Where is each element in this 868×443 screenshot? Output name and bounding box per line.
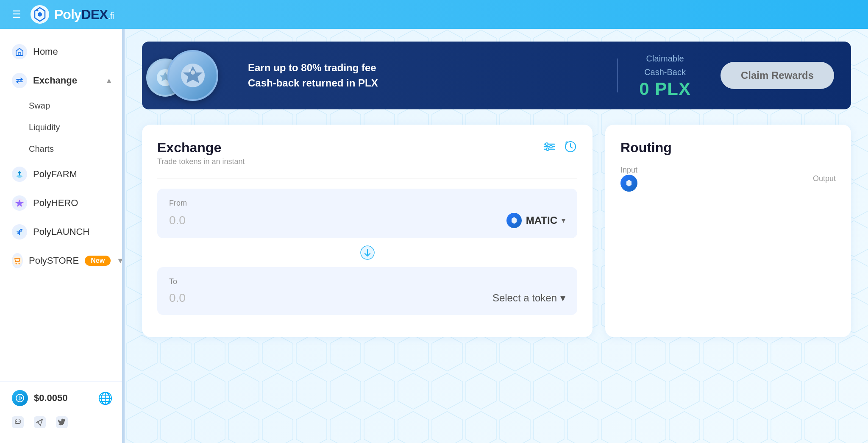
svg-point-25 — [189, 69, 191, 72]
matic-icon — [506, 213, 522, 228]
sidebar-bottom: $0.0050 🌐 — [0, 381, 125, 443]
from-token-chevron: ▾ — [562, 216, 565, 225]
routing-io-row: Input Output — [620, 166, 836, 192]
sidebar: Home Exchange ▲ Swap Liquidity Charts — [0, 29, 125, 443]
cashback-value: 0 PLX — [639, 79, 691, 99]
sidebar-sub-item-swap[interactable]: Swap — [0, 95, 125, 117]
exchange-header: Exchange Trade tokens in an instant — [157, 140, 577, 166]
price-value: $0.0050 — [34, 393, 68, 404]
twitter-icon[interactable] — [56, 416, 68, 431]
sidebar-item-polyfarm[interactable]: PolyFARM — [0, 160, 125, 189]
routing-card: Routing Input Output — [605, 125, 851, 337]
swap-direction[interactable] — [157, 245, 577, 264]
settings-icon[interactable] — [542, 140, 556, 156]
sidebar-item-polystore[interactable]: PolySTORE New ▼ — [0, 246, 125, 275]
from-label: From — [169, 199, 565, 208]
polystore-badge: New — [85, 256, 111, 266]
to-token-box: To Select a token ▾ — [157, 267, 577, 315]
sidebar-item-home[interactable]: Home — [0, 37, 125, 66]
sidebar-divider — [122, 29, 125, 443]
to-amount-input[interactable] — [169, 291, 367, 305]
promo-banner: Earn up to 80% trading fee Cash-back ret… — [142, 42, 851, 109]
from-token-box: From MATIC ▾ — [157, 189, 577, 238]
coin-large — [167, 50, 218, 101]
to-label: To — [169, 277, 565, 286]
polystore-icon — [12, 253, 23, 268]
polylaunch-label: PolyLAUNCH — [33, 226, 113, 237]
from-token-name: MATIC — [526, 215, 557, 226]
exchange-subtitle: Trade tokens in an instant — [157, 157, 542, 166]
exchange-routing-row: Exchange Trade tokens in an instant — [142, 125, 851, 337]
discord-icon[interactable] — [12, 416, 24, 431]
sidebar-sub-item-charts[interactable]: Charts — [0, 138, 125, 160]
globe-icon[interactable]: 🌐 — [98, 391, 113, 405]
routing-title: Routing — [620, 140, 836, 156]
routing-input-label: Input — [620, 166, 637, 175]
exchange-title: Exchange — [157, 140, 542, 156]
svg-rect-18 — [34, 416, 46, 428]
topbar: ☰ PolyDEX.fi — [0, 0, 868, 29]
svg-point-13 — [19, 263, 20, 265]
logo-icon — [30, 4, 50, 25]
home-label: Home — [33, 46, 113, 57]
svg-point-24 — [191, 70, 195, 75]
exchange-card: Exchange Trade tokens in an instant — [142, 125, 593, 337]
exchange-actions — [542, 140, 577, 156]
exchange-chevron: ▲ — [105, 76, 113, 85]
polyhero-icon — [12, 195, 27, 211]
home-icon — [12, 44, 27, 59]
svg-rect-4 — [18, 53, 21, 56]
menu-icon[interactable]: ☰ — [12, 8, 21, 20]
history-icon[interactable] — [564, 140, 577, 156]
social-row — [12, 413, 113, 435]
polystore-label: PolySTORE — [29, 255, 79, 266]
main-content: Earn up to 80% trading fee Cash-back ret… — [125, 29, 868, 443]
sidebar-item-polylaunch[interactable]: PolyLAUNCH — [0, 217, 125, 246]
routing-output-label: Output — [813, 174, 836, 183]
banner-divider — [617, 59, 618, 92]
price-row: $0.0050 🌐 — [12, 390, 113, 406]
to-token-chevron: ▾ — [560, 292, 565, 304]
to-token-select[interactable]: Select a token ▾ — [492, 292, 565, 304]
logo: PolyDEX.fi — [30, 4, 114, 25]
svg-point-30 — [550, 145, 552, 148]
svg-point-3 — [36, 9, 39, 11]
sidebar-item-exchange[interactable]: Exchange ▲ — [0, 66, 125, 95]
banner-earn-text: Earn up to 80% trading fee Cash-back ret… — [235, 60, 609, 91]
svg-point-29 — [545, 143, 548, 145]
polyhero-label: PolyHERO — [33, 198, 113, 209]
from-amount-input[interactable] — [169, 214, 407, 227]
svg-point-12 — [16, 263, 17, 265]
telegram-icon[interactable] — [34, 416, 46, 431]
svg-point-17 — [19, 421, 19, 422]
banner-coins — [142, 42, 235, 109]
claim-rewards-button[interactable]: Claim Rewards — [721, 62, 834, 89]
exchange-label: Exchange — [33, 75, 99, 86]
banner-cashback: Claimable Cash-Back 0 PLX — [626, 52, 704, 99]
logo-text: PolyDEX.fi — [54, 7, 114, 22]
svg-point-10 — [17, 232, 19, 234]
svg-point-2 — [38, 12, 42, 17]
polyfarm-label: PolyFARM — [33, 169, 113, 180]
sidebar-item-polyhero[interactable]: PolyHERO — [0, 189, 125, 217]
svg-marker-33 — [512, 217, 517, 224]
svg-point-16 — [16, 421, 17, 422]
svg-point-11 — [13, 256, 22, 265]
swap-down-icon — [360, 245, 375, 264]
routing-input-icon — [620, 175, 637, 192]
sidebar-sub-item-liquidity[interactable]: Liquidity — [0, 117, 125, 138]
polyfarm-icon — [12, 167, 27, 182]
svg-point-31 — [546, 148, 549, 150]
polylaunch-icon — [12, 224, 27, 240]
svg-rect-15 — [12, 416, 24, 428]
exchange-separator — [157, 178, 577, 178]
from-token-select[interactable]: MATIC ▾ — [506, 213, 565, 228]
svg-marker-35 — [626, 180, 632, 187]
exchange-icon — [12, 73, 27, 88]
price-icon — [12, 390, 28, 406]
